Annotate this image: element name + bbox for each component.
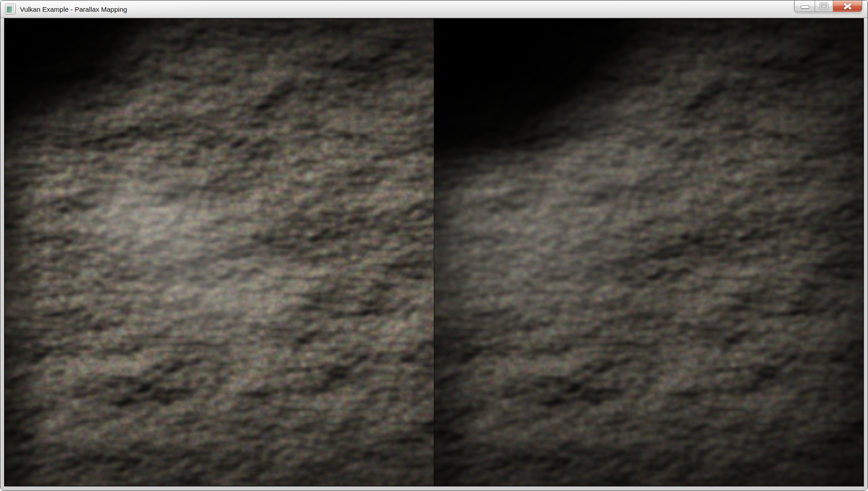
close-button[interactable] [833,0,862,12]
minimize-button[interactable] [795,0,815,12]
minimize-icon [801,5,809,9]
maximize-button[interactable] [815,0,833,12]
title-bar[interactable]: Vulkan Example - Parallax Mapping [0,0,868,18]
rock-texture-left [5,19,434,486]
window-title: Vulkan Example - Parallax Mapping [20,5,127,13]
rock-texture-right [434,19,863,486]
render-viewport-left[interactable] [5,19,434,486]
close-icon [843,3,852,10]
render-viewport-right[interactable] [434,19,863,486]
app-icon-body [7,7,14,13]
maximize-icon [820,3,828,10]
app-icon [5,4,15,14]
app-window: Vulkan Example - Parallax Mapping [0,0,868,491]
window-controls [794,0,862,12]
render-area [4,18,864,486]
app-icon-screen [7,5,14,13]
app-icon-panel [12,7,14,13]
